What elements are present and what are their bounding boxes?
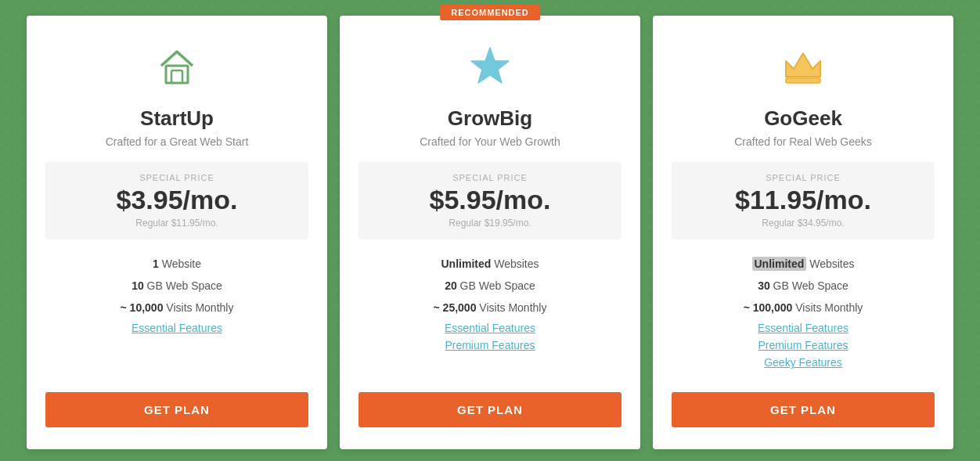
growbig-name: GrowBig <box>448 106 532 131</box>
gogeek-price-label: SPECIAL PRICE <box>684 173 922 182</box>
startup-price-regular: Regular $11.95/mo. <box>58 218 296 229</box>
gogeek-get-plan-button[interactable]: GET PLAN <box>672 392 935 427</box>
growbig-feature-2: 20 GB Web Space <box>358 279 622 294</box>
gogeek-feature-2: 30 GB Web Space <box>672 279 935 294</box>
growbig-tagline: Crafted for Your Web Growth <box>420 135 560 148</box>
svg-marker-2 <box>786 53 820 77</box>
gogeek-feature-3: ~ 100,000 Visits Monthly <box>672 301 935 316</box>
growbig-price-amount: $5.95/mo. <box>371 185 609 214</box>
gogeek-icon <box>775 39 831 95</box>
recommended-badge: RECOMMENDED <box>440 5 540 20</box>
gogeek-features: Unlimited Websites 30 GB Web Space ~ 100… <box>672 257 935 373</box>
startup-name: StartUp <box>140 106 214 131</box>
startup-feature-2: 10 GB Web Space <box>45 279 308 294</box>
startup-features: 1 Website 10 GB Web Space ~ 10,000 Visit… <box>45 257 308 373</box>
gogeek-price-amount: $11.95/mo. <box>684 185 922 214</box>
startup-price-amount: $3.95/mo. <box>58 185 296 214</box>
svg-rect-0 <box>166 66 188 83</box>
plan-growbig: RECOMMENDED GrowBig Crafted for Your Web… <box>340 16 640 449</box>
growbig-get-plan-button[interactable]: GET PLAN <box>358 392 622 427</box>
gogeek-price-regular: Regular $34.95/mo. <box>684 218 922 229</box>
growbig-features: Unlimited Websites 20 GB Web Space ~ 25,… <box>358 257 622 373</box>
plans-container: StartUp Crafted for a Great Web Start SP… <box>20 16 960 449</box>
growbig-price-regular: Regular $19.95/mo. <box>371 218 609 229</box>
startup-essential-features-link[interactable]: Essential Features <box>45 322 308 334</box>
gogeek-price-box: SPECIAL PRICE $11.95/mo. Regular $34.95/… <box>672 162 935 240</box>
growbig-feature-3: ~ 25,000 Visits Monthly <box>358 301 622 316</box>
gogeek-feature-1: Unlimited Websites <box>672 257 935 272</box>
svg-marker-1 <box>471 48 509 83</box>
plan-gogeek: GoGeek Crafted for Real Web Geeks SPECIA… <box>653 16 953 449</box>
gogeek-name: GoGeek <box>764 106 842 131</box>
growbig-essential-features-link[interactable]: Essential Features <box>358 322 622 334</box>
gogeek-tagline: Crafted for Real Web Geeks <box>734 135 872 148</box>
growbig-icon <box>462 39 518 95</box>
startup-price-label: SPECIAL PRICE <box>58 173 296 182</box>
startup-price-box: SPECIAL PRICE $3.95/mo. Regular $11.95/m… <box>45 162 308 240</box>
plan-startup: StartUp Crafted for a Great Web Start SP… <box>27 16 327 449</box>
growbig-price-box: SPECIAL PRICE $5.95/mo. Regular $19.95/m… <box>358 162 622 240</box>
startup-get-plan-button[interactable]: GET PLAN <box>45 392 308 427</box>
growbig-price-label: SPECIAL PRICE <box>371 173 609 182</box>
gogeek-essential-features-link[interactable]: Essential Features <box>672 322 935 334</box>
growbig-feature-1: Unlimited Websites <box>358 257 622 272</box>
gogeek-premium-features-link[interactable]: Premium Features <box>672 339 935 351</box>
gogeek-geeky-features-link[interactable]: Geeky Features <box>672 356 935 369</box>
startup-feature-3: ~ 10,000 Visits Monthly <box>45 301 308 316</box>
startup-tagline: Crafted for a Great Web Start <box>106 135 249 148</box>
growbig-premium-features-link[interactable]: Premium Features <box>358 339 622 351</box>
startup-feature-1: 1 Website <box>45 257 308 272</box>
svg-rect-3 <box>786 78 820 83</box>
startup-icon <box>149 39 205 95</box>
